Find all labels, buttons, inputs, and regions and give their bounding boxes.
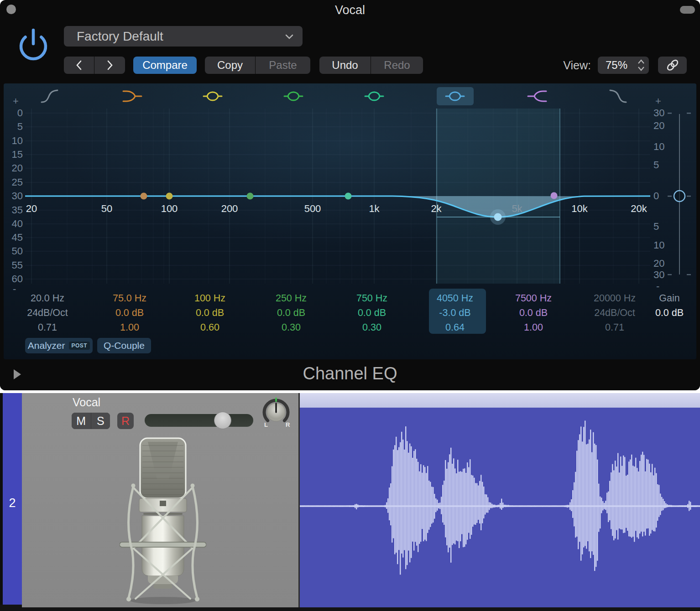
- analyzer-button[interactable]: Analyzer POST: [25, 338, 93, 353]
- analyzer-post-badge[interactable]: POST: [69, 342, 90, 350]
- freq-label: 2k: [420, 203, 453, 215]
- band-handle-3[interactable]: [166, 193, 173, 200]
- low-shelf-icon[interactable]: [123, 91, 141, 101]
- left-axis-tick: 60: [4, 274, 23, 285]
- right-axis-tick: 30: [653, 269, 674, 280]
- left-axis-tick: 30: [4, 191, 23, 202]
- right-axis-tick: 5: [653, 221, 674, 232]
- volume-slider-thumb[interactable]: [214, 412, 231, 429]
- right-axis-tick: 20: [653, 258, 674, 269]
- mute-button[interactable]: M: [72, 413, 91, 429]
- record-enable-button[interactable]: R: [117, 413, 134, 429]
- band-6-selected-bg: [437, 87, 474, 105]
- region-title-strip[interactable]: [300, 393, 700, 408]
- window-pill[interactable]: [680, 6, 695, 14]
- freq-label: 20k: [622, 203, 655, 215]
- mute-solo-group: M S: [72, 413, 110, 429]
- track-number: 2: [3, 496, 22, 510]
- volume-slider[interactable]: [145, 414, 253, 427]
- gain-knob[interactable]: [674, 191, 685, 202]
- eq-display: + - + - 0 5 10 15 20 25 30 35 40 45 50 5…: [4, 83, 696, 359]
- left-axis-tick: 25: [4, 177, 23, 188]
- highpass-icon[interactable]: [42, 90, 57, 102]
- solo-button[interactable]: S: [91, 413, 110, 429]
- left-axis-tick: 5: [4, 121, 23, 132]
- plugin-window-title: Vocal: [0, 3, 700, 17]
- microphone-image: [120, 436, 206, 606]
- band-8-readout[interactable]: 20000 Hz24dB/Oct0.71: [580, 291, 649, 335]
- band-5-readout[interactable]: 750 Hz0.0 dB0.30: [338, 291, 406, 335]
- right-axis-tick: 10: [653, 141, 674, 152]
- next-preset-button[interactable]: [94, 57, 125, 74]
- band-handle-7[interactable]: [551, 192, 558, 199]
- view-zoom-value: 75%: [598, 57, 635, 74]
- freq-label: 10k: [563, 203, 596, 215]
- track-name[interactable]: Vocal: [73, 396, 100, 409]
- chevron-right-icon: [107, 60, 113, 70]
- view-zoom-stepper[interactable]: 75%: [598, 57, 649, 74]
- power-button[interactable]: [16, 26, 50, 63]
- gain-label: Gain: [644, 291, 695, 306]
- freq-label: 1k: [358, 203, 391, 215]
- freq-label: 200: [213, 203, 246, 215]
- high-shelf-icon[interactable]: [528, 91, 546, 101]
- band-handle-2[interactable]: [141, 193, 147, 200]
- compare-button[interactable]: Compare: [133, 57, 197, 74]
- freq-label: 500: [296, 203, 329, 215]
- preset-dropdown[interactable]: Factory Default: [64, 26, 303, 47]
- lowpass-icon[interactable]: [610, 90, 626, 102]
- left-axis-tick: 40: [4, 218, 23, 229]
- gain-value: 0.0 dB: [644, 306, 695, 320]
- left-axis-tick: 0: [4, 108, 23, 119]
- plugin-window: Vocal Factory Default Compare Copy Paste…: [0, 0, 700, 390]
- chevron-down-icon: [285, 34, 293, 39]
- eq-selected-band-region: [437, 109, 560, 284]
- freq-label: 20: [15, 203, 48, 215]
- track-color-bar[interactable]: 2: [3, 393, 22, 605]
- pan-right-label: R: [286, 421, 290, 428]
- track-header[interactable]: Vocal M S R L R: [22, 393, 300, 607]
- q-couple-button[interactable]: Q-Couple: [97, 338, 151, 353]
- chevron-left-icon: [76, 60, 82, 70]
- band-2-readout[interactable]: 75.0 Hz0.0 dB1.00: [95, 291, 164, 335]
- paste-button[interactable]: Paste: [256, 57, 310, 74]
- preset-value: Factory Default: [77, 29, 163, 43]
- right-axis-tick: 20: [653, 120, 674, 131]
- band-4-readout[interactable]: 250 Hz0.0 dB0.30: [257, 291, 325, 335]
- left-axis-tick: 15: [4, 149, 23, 160]
- undo-button[interactable]: Undo: [319, 57, 371, 74]
- right-axis-tick: 5: [653, 160, 674, 171]
- bell-icon[interactable]: [204, 92, 222, 100]
- freq-label: 50: [90, 203, 123, 215]
- left-axis-plus: +: [13, 95, 19, 107]
- waveform: [300, 393, 700, 607]
- tracks-area: 2 Vocal M S R L R: [0, 393, 700, 611]
- audio-region[interactable]: [300, 393, 700, 607]
- left-axis-tick: 55: [4, 260, 23, 271]
- right-axis-tick: 0: [653, 191, 674, 202]
- prev-preset-button[interactable]: [64, 57, 94, 74]
- left-axis-tick: 45: [4, 232, 23, 243]
- view-label: View:: [527, 57, 591, 74]
- left-axis-tick: 10: [4, 135, 23, 146]
- band-3-readout[interactable]: 100 Hz0.0 dB0.60: [176, 291, 244, 335]
- redo-button[interactable]: Redo: [371, 57, 423, 74]
- pan-left-label: L: [264, 421, 268, 428]
- band-1-readout[interactable]: 20.0 Hz24dB/Oct0.71: [13, 291, 82, 335]
- screenshot-root: Vocal Factory Default Compare Copy Paste…: [0, 0, 700, 611]
- left-axis-tick: 20: [4, 163, 23, 174]
- plugin-name: Channel EQ: [0, 364, 700, 383]
- bell-icon[interactable]: [284, 92, 303, 100]
- band-handle-4[interactable]: [247, 193, 254, 200]
- link-button[interactable]: [658, 57, 687, 74]
- bell-icon[interactable]: [365, 92, 383, 100]
- master-gain-readout[interactable]: Gain 0.0 dB: [644, 291, 695, 320]
- left-axis-tick: 50: [4, 246, 23, 257]
- band-handle-5[interactable]: [345, 193, 352, 200]
- band-6-readout[interactable]: 4050 Hz-3.0 dB0.64: [421, 291, 489, 335]
- right-axis-tick: 10: [653, 240, 674, 251]
- band-7-readout[interactable]: 7500 Hz0.0 dB1.00: [499, 291, 568, 335]
- freq-label: 100: [153, 203, 186, 215]
- copy-button[interactable]: Copy: [205, 57, 255, 74]
- plugin-footer: Channel EQ: [0, 359, 700, 390]
